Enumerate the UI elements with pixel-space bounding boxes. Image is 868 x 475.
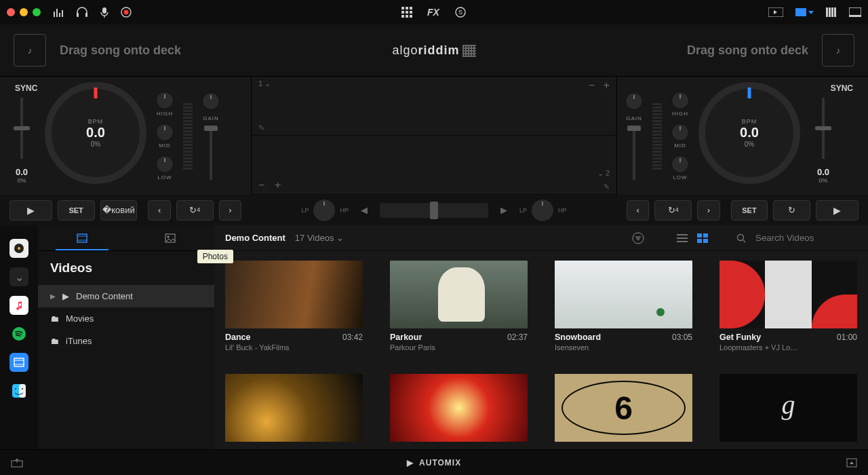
microphone-icon[interactable] [100,7,108,18]
grid-view-icon[interactable] [697,233,708,243]
video-card[interactable] [225,374,363,449]
fx-button[interactable]: FX [427,7,439,18]
sync-button-b[interactable]: SYNC [831,83,853,93]
grid-icon[interactable] [401,7,412,18]
cue-set-b[interactable]: SET [731,200,768,221]
svg-marker-57 [850,461,854,464]
jogwheel-a[interactable]: BPM 0.0 0% [45,82,146,184]
video-card[interactable]: Snowboard03:05Isenseven [555,261,692,354]
video-artist: Lil' Buck - YakFilms [225,343,320,352]
source-finder[interactable] [9,381,28,400]
video-thumbnail[interactable] [225,261,363,328]
chevron-down-icon[interactable]: ⌄ [264,79,271,88]
record-icon[interactable] [121,7,132,18]
source-expand-icon[interactable]: ⌄ [9,267,28,286]
video-card[interactable] [390,374,528,449]
high-knob-a[interactable] [156,92,174,109]
tempo-slider-a[interactable]: 0.0 0% [8,82,35,184]
source-spotify[interactable] [9,324,28,343]
sampler-icon[interactable]: S [454,6,467,18]
video-card[interactable]: Get Funky01:00Loopmasters + VJ Lo… [719,261,857,354]
source-djay[interactable] [9,239,28,258]
video-thumbnail[interactable] [225,374,363,442]
edit-icon-1[interactable]: ✎ [258,124,264,132]
volume-slider-a[interactable] [210,126,212,180]
sync-button-a[interactable]: SYNC [15,83,37,93]
automix-button[interactable]: ▶ AUTOMIX [407,458,461,468]
zoom-out-1[interactable]: − [589,79,595,92]
filter-icon[interactable] [632,232,644,244]
loop-double-a[interactable]: › [219,200,241,221]
mid-knob-a[interactable] [156,124,174,141]
waveform-track-1[interactable]: 1 ⌄ − + ✎ [252,77,616,136]
tab-videos[interactable] [38,225,126,250]
minimize-icon[interactable] [20,8,28,16]
loop-half-a[interactable]: ‹ [148,200,170,221]
sidebar-item-movies[interactable]: 🖿Movies [38,307,214,330]
video-thumbnail[interactable] [719,261,857,328]
cue-jump-a[interactable]: �ковий [100,200,138,221]
headphones-icon[interactable] [76,7,88,18]
export-icon[interactable] [11,458,23,468]
search-input[interactable] [755,233,857,243]
loop-half-b[interactable]: ‹ [627,200,649,221]
zoom-in-2[interactable]: + [275,179,610,191]
video-card[interactable]: Dance03:42Lil' Buck - YakFilms [225,261,363,354]
source-applemusic[interactable] [9,296,28,315]
zoom-in-1[interactable]: + [604,79,610,92]
cue-set-a[interactable]: SET [58,200,95,221]
video-thumbnail[interactable] [390,374,528,442]
sidebar-item-demo-content[interactable]: ▶▶Demo Content [38,285,214,307]
video-thumbnail[interactable] [719,374,857,442]
list-view-icon[interactable] [677,233,688,243]
loop-a[interactable]: ↻4 [176,200,214,221]
video-thumbnail[interactable] [555,374,692,442]
video-card[interactable]: Parkour02:37Parkour Paris [390,261,528,354]
video-card[interactable] [719,374,857,449]
crossfader[interactable] [380,203,488,218]
collapse-icon[interactable] [846,458,857,468]
xfade-left-icon[interactable]: ◀ [361,205,368,215]
play-button-b[interactable]: ▶ [816,200,859,221]
gain-knob-a[interactable] [202,92,220,110]
layout-presets-icon[interactable] [795,8,814,16]
jogwheel-b[interactable]: BPM 0.0 0% [698,82,800,184]
tab-photos[interactable] [126,225,214,250]
loop-double-b[interactable]: › [697,200,719,221]
columns-icon[interactable] [826,7,837,17]
filter-knob-a[interactable] [313,199,336,222]
tempo-slider-b[interactable]: 0.0 0% [810,82,837,184]
deck-b-dropzone[interactable]: ♪ [822,34,854,66]
equalizer-icon[interactable] [53,7,64,17]
zoom-icon[interactable] [33,8,41,16]
video-thumbnail[interactable] [390,261,528,328]
close-icon[interactable] [7,8,15,16]
collection-count[interactable]: 17 Videos ⌄ [295,233,344,243]
low-knob-b[interactable] [671,155,689,173]
mid-knob-b[interactable] [671,124,689,141]
volume-slider-b[interactable] [633,126,635,180]
chevron-down-icon[interactable]: ⌄ [597,169,604,177]
fullscreen-icon[interactable] [849,7,861,17]
search-icon[interactable] [736,233,746,243]
edit-icon-2[interactable]: ✎ [604,183,610,191]
high-knob-b[interactable] [671,92,689,109]
chevron-down-icon: ⌄ [336,233,344,243]
deck-a-dropzone[interactable]: ♪ [14,34,46,66]
low-knob-a[interactable] [156,155,174,173]
video-thumbnail[interactable] [555,261,692,328]
xfade-right-icon[interactable]: ▶ [500,205,507,215]
svg-rect-16 [406,15,408,18]
filter-knob-b[interactable] [531,199,554,222]
sidebar-item-itunes[interactable]: 🖿iTunes [38,330,214,352]
waveform-track-2[interactable]: ⌄ 2 − + ✎ [252,136,616,195]
filter-a[interactable]: LP HP [301,199,349,222]
gain-knob-b[interactable] [625,92,643,110]
filter-b[interactable]: LP HP [519,199,567,222]
loop-b[interactable]: ↻4 [654,200,692,221]
video-card[interactable] [555,374,692,449]
cue-jump-b[interactable]: ↻ [773,200,810,221]
source-videos[interactable] [9,353,28,372]
play-button-a[interactable]: ▶ [9,200,52,221]
video-output-icon[interactable] [768,7,783,17]
